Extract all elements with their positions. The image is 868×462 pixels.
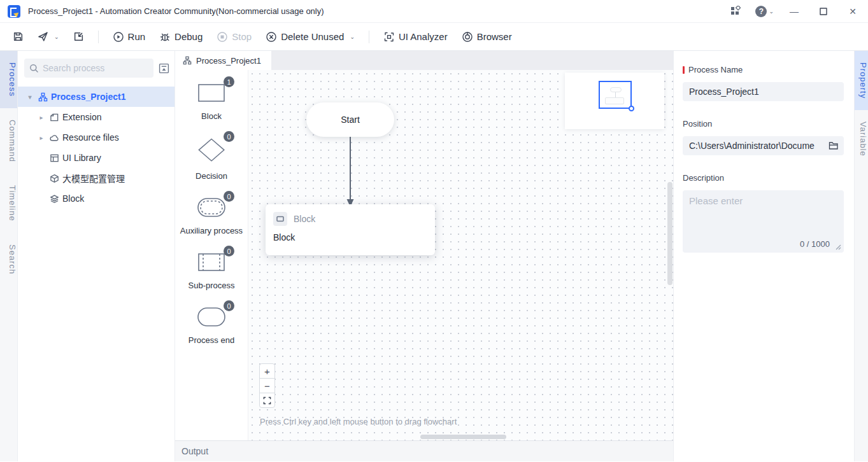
description-textarea[interactable] (683, 190, 844, 235)
block-name-label: Block (273, 232, 427, 242)
tab-command[interactable]: Command (0, 108, 17, 174)
stop-label: Stop (232, 31, 252, 42)
save-icon (13, 31, 24, 42)
tab-process[interactable]: Process (0, 51, 17, 108)
folder-open-icon[interactable] (829, 141, 839, 150)
palette-item-block[interactable]: 1 Block (195, 81, 228, 121)
chevron-down-icon: ⌄ (350, 34, 355, 40)
position-label: Position (683, 119, 844, 129)
block-node[interactable]: Block Block (266, 204, 435, 255)
fullscreen-icon (263, 396, 271, 405)
position-field[interactable] (683, 136, 844, 155)
minimap-viewport[interactable] (599, 81, 632, 109)
stadium-shape-icon (195, 305, 228, 328)
flowchart-icon (183, 56, 192, 65)
expander-right-icon[interactable]: ▸ (37, 114, 46, 121)
tree-item-resource-files[interactable]: ▸ Resource files (18, 127, 174, 148)
delete-unused-label: Delete Unused (281, 31, 344, 42)
debug-button[interactable]: Debug (154, 28, 208, 46)
collapse-all-icon[interactable] (159, 63, 169, 74)
block-type-label: Block (294, 214, 315, 224)
main-toolbar: ⌄ Run Debug Stop Delete Unused (0, 23, 868, 51)
description-field[interactable]: 0 / 1000 (683, 190, 844, 253)
stop-button[interactable]: Stop (211, 28, 257, 46)
tab-search[interactable]: Search (0, 233, 17, 286)
import-button[interactable] (68, 28, 89, 45)
cloud-icon (48, 133, 60, 143)
tree-item-extension[interactable]: ▸ Extension (18, 107, 174, 127)
required-marker (683, 66, 685, 74)
editor-tab-bar: Process_Project1 (175, 51, 673, 70)
cube-icon (48, 174, 60, 183)
toolbar-divider (369, 31, 369, 43)
process-name-input[interactable] (689, 87, 839, 97)
save-button[interactable] (8, 28, 29, 45)
ui-analyzer-icon (383, 31, 395, 43)
tree-item-process-project1[interactable]: ▾ Process_Project1 (18, 87, 174, 107)
canvas-hint: Press Ctrl key and left mouse button to … (260, 417, 457, 426)
minimap[interactable] (565, 73, 664, 129)
import-icon (73, 31, 84, 42)
position-input[interactable] (689, 141, 826, 151)
palette-item-decision[interactable]: 0 Decision (195, 136, 228, 181)
output-panel-header[interactable]: Output (175, 440, 673, 461)
tree-item-block[interactable]: Block (18, 188, 174, 209)
horizontal-scrollbar[interactable] (420, 435, 506, 439)
count-badge: 1 (224, 76, 234, 87)
browser-icon (462, 31, 473, 43)
count-badge: 0 (224, 246, 234, 256)
count-badge: 0 (224, 191, 234, 202)
app-logo-icon (8, 5, 20, 18)
property-panel: Process Name Position Description 0 / 10… (673, 51, 854, 461)
process-name-label: Process Name (683, 65, 844, 74)
minimap-block-node (605, 97, 624, 104)
process-name-field[interactable] (683, 82, 844, 101)
extension-icon (48, 113, 60, 122)
zoom-out-button[interactable]: − (259, 378, 275, 393)
browser-button[interactable]: Browser (457, 28, 517, 46)
edge-arrow (344, 137, 357, 208)
diamond-shape-icon (195, 136, 228, 164)
right-tab-strip: Property Variable (854, 51, 868, 461)
publish-button[interactable]: ⌄ (32, 28, 64, 45)
delete-unused-button[interactable]: Delete Unused ⌄ (260, 28, 360, 46)
palette-item-sub-process[interactable]: 0 Sub-process (189, 251, 235, 290)
tree-item-llm-config[interactable]: 大模型配置管理 (18, 168, 174, 188)
expander-right-icon[interactable]: ▸ (37, 134, 46, 141)
search-process-input[interactable] (43, 63, 148, 73)
minimap-start-node (610, 87, 622, 92)
vertical-scrollbar[interactable] (667, 182, 672, 285)
editor-tab-process-project1[interactable]: Process_Project1 (175, 51, 271, 70)
debug-label: Debug (174, 31, 203, 42)
output-label: Output (181, 446, 208, 456)
browser-label: Browser (477, 31, 512, 42)
char-counter: 0 / 1000 (800, 239, 830, 249)
editor-tab-label: Process_Project1 (196, 56, 261, 66)
flowchart-icon (37, 92, 48, 102)
stop-icon (217, 31, 228, 43)
zoom-in-button[interactable]: + (259, 363, 275, 379)
palette-item-auxiliary-process[interactable]: 0 Auxiliary process (180, 196, 243, 235)
minimize-button[interactable]: — (785, 3, 803, 20)
minimap-resize-handle[interactable] (629, 106, 634, 111)
palette-item-process-end[interactable]: 0 Process end (189, 305, 234, 345)
run-button[interactable]: Run (108, 28, 151, 46)
tab-variable[interactable]: Variable (855, 110, 868, 168)
layers-icon (48, 194, 60, 204)
help-menu[interactable]: ? ⌄ (755, 6, 774, 17)
flowchart-canvas[interactable]: Start Block Block (248, 70, 673, 440)
ui-analyzer-button[interactable]: UI Analyzer (378, 28, 453, 46)
left-tab-strip: Process Command Timeline Search (0, 51, 18, 461)
close-button[interactable]: ✕ (844, 3, 862, 20)
resize-grip-icon[interactable] (835, 244, 841, 250)
apps-grid-icon[interactable] (726, 3, 744, 20)
tab-timeline[interactable]: Timeline (0, 174, 17, 233)
fit-screen-button[interactable] (259, 393, 275, 408)
start-node[interactable]: Start (306, 102, 394, 137)
description-label: Description (683, 173, 844, 183)
tree-item-ui-library[interactable]: UI Library (18, 148, 174, 168)
expander-down-icon[interactable]: ▾ (25, 94, 34, 101)
maximize-button[interactable] (815, 3, 832, 20)
search-process-box[interactable] (24, 59, 153, 78)
tab-property[interactable]: Property (855, 51, 868, 110)
